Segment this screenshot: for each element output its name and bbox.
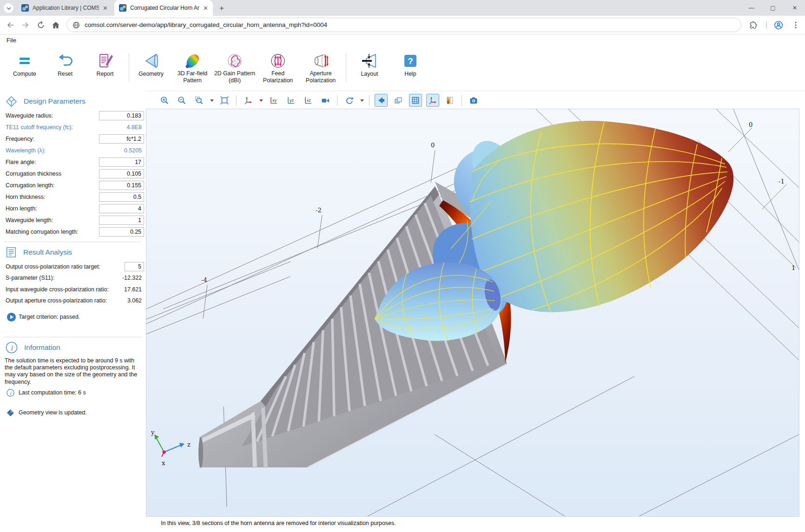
readonly-value: 4.8E8: [99, 124, 142, 131]
report-button[interactable]: Report: [84, 52, 126, 84]
profile-avatar[interactable]: [774, 20, 783, 30]
readonly-value: 3.062: [99, 297, 142, 304]
svg-text:-2: -2: [316, 207, 322, 214]
result-row-s-parameter: S-parameter (S11): -12.322 dB: [0, 272, 145, 284]
view-yz-icon[interactable]: yz: [284, 94, 297, 107]
grid-toggle[interactable]: [409, 94, 422, 107]
svg-text:x: x: [162, 460, 165, 466]
toolbar-separator: [337, 95, 337, 105]
tab-strip: Application Library | COMSOL S ✕ Corruga…: [0, 0, 805, 16]
3d-viewport[interactable]: 0 -2 -4 0 -1 1: [146, 109, 799, 517]
zoom-extents-icon[interactable]: [218, 94, 231, 107]
snapshot-icon[interactable]: [467, 94, 480, 107]
compute-icon: [16, 52, 33, 70]
extensions-icon[interactable]: [749, 20, 759, 30]
param-row-te11-cutoff: TE11 cutoff frequency (fc): 4.8E8 Hz: [0, 122, 145, 133]
color-legend-icon[interactable]: [443, 94, 456, 107]
toolbar-separator: [369, 95, 370, 105]
menu-file[interactable]: File: [7, 37, 16, 44]
tab-title: Corrugated Circular Horn Anten: [130, 5, 199, 11]
ribbon-separator: [129, 53, 129, 82]
corrugation-thickness-field[interactable]: [99, 169, 144, 178]
param-row-corrugation-thickness: Corrugation thickness m: [0, 168, 145, 180]
info-circle-icon: i: [7, 389, 14, 397]
back-icon[interactable]: [6, 20, 15, 30]
zoom-out-icon[interactable]: [175, 94, 188, 107]
svg-text:-4: -4: [201, 276, 207, 283]
gain-2d-button[interactable]: 2D Gain Pattern (dBi): [214, 52, 256, 84]
result-analysis-icon: [6, 247, 17, 258]
zoom-box-icon[interactable]: [192, 94, 205, 107]
frequency-field[interactable]: [99, 134, 144, 144]
view-xz-icon[interactable]: xz: [302, 94, 315, 107]
settings-sidebar: Design Parameters Waveguide radius: m TE…: [0, 84, 145, 532]
close-tab-icon[interactable]: ✕: [103, 5, 108, 11]
param-row-horn-thickness: Horn thickness: m: [0, 191, 145, 203]
waveguide-length-field[interactable]: [99, 216, 144, 225]
flare-angle-field[interactable]: [99, 158, 144, 167]
cross-pol-target-field[interactable]: [125, 262, 144, 271]
param-row-horn-length: Horn length: m: [0, 203, 145, 215]
new-tab-button[interactable]: +: [217, 3, 227, 13]
scene-light-toggle[interactable]: [375, 94, 388, 107]
rotate-dropdown-caret[interactable]: [360, 99, 364, 102]
waveguide-radius-field[interactable]: [99, 111, 144, 120]
toolbar-separator: [462, 95, 462, 105]
zoom-box-dropdown-caret[interactable]: [210, 99, 214, 102]
section-title: Result Analysis: [23, 248, 72, 256]
param-row-frequency: Frequency: Hz: [0, 133, 145, 145]
feed-polarization-icon: [270, 52, 286, 69]
forward-icon[interactable]: [21, 20, 30, 30]
close-tab-icon[interactable]: ✕: [203, 5, 208, 11]
viewport-caption: In this view, 3/8 sections of the horn a…: [161, 520, 396, 526]
matching-corrugation-length-field[interactable]: [99, 227, 144, 236]
svg-text:xy: xy: [272, 98, 277, 103]
svg-text:xz: xz: [307, 98, 311, 103]
app-ribbon: Compute Reset Report Geometry 3D Far-fie…: [0, 46, 805, 84]
url-bar[interactable]: comsol.com/server-demo/app/library_corru…: [66, 18, 741, 32]
show-axes-toggle[interactable]: [426, 94, 439, 107]
go-to-view-dropdown-caret[interactable]: [259, 99, 263, 102]
browser-window: Application Library | COMSOL S ✕ Corruga…: [0, 0, 805, 532]
horn-length-field[interactable]: [99, 204, 144, 213]
feed-polarization-button[interactable]: Feed Polarization: [257, 52, 299, 84]
corrugation-length-field[interactable]: [99, 181, 144, 190]
svg-text:i: i: [10, 390, 12, 396]
param-row-matching-corrugation-length: Matching corrugation length: m: [0, 226, 145, 238]
transparency-icon[interactable]: [392, 94, 405, 107]
geometry-diamond-icon: [7, 409, 14, 417]
chevron-down-icon: [6, 6, 12, 11]
tab-application-library[interactable]: Application Library | COMSOL S ✕: [17, 0, 112, 16]
tab-search-button[interactable]: [4, 3, 13, 13]
far-field-3d-button[interactable]: 3D Far-field Pattern: [172, 52, 213, 84]
geometry-updated-status: Geometry view is updated.: [0, 407, 145, 419]
param-row-cross-pol-target: Output cross-polarization ratio target: …: [0, 261, 145, 273]
site-info-globe-icon[interactable]: [73, 21, 80, 29]
comsol-favicon: [21, 4, 29, 12]
browser-menu-kebab-icon[interactable]: [791, 20, 800, 30]
go-to-default-view-icon[interactable]: [242, 94, 255, 107]
aperture-polarization-button[interactable]: Aperture Polarization: [300, 52, 342, 84]
param-row-waveguide-length: Waveguide length: m: [0, 215, 145, 226]
reload-icon[interactable]: [36, 20, 46, 30]
last-computation-status: i Last computation time: 6 s: [0, 388, 145, 399]
compute-button[interactable]: Compute: [4, 52, 46, 84]
home-icon[interactable]: [51, 20, 60, 30]
geometry-button[interactable]: Geometry: [130, 52, 172, 84]
close-window-button[interactable]: ✕: [787, 0, 803, 16]
svg-text:-1: -1: [779, 178, 785, 185]
reset-button[interactable]: Reset: [44, 52, 86, 84]
section-title: Information: [24, 343, 60, 352]
minimize-button[interactable]: —: [744, 0, 759, 16]
readonly-value: -12.322: [99, 275, 142, 281]
help-button[interactable]: ? Help: [389, 52, 431, 84]
perspective-icon[interactable]: [319, 94, 332, 107]
tab-horn-antenna[interactable]: Corrugated Circular Horn Anten ✕: [114, 0, 213, 16]
zoom-in-icon[interactable]: [158, 94, 171, 107]
horn-thickness-field[interactable]: [99, 192, 144, 202]
maximize-button[interactable]: ▢: [765, 0, 781, 16]
layout-button[interactable]: Layout: [349, 52, 390, 84]
view-xy-icon[interactable]: xy: [267, 94, 280, 107]
graphics-toolbar: xy yz xz: [146, 93, 798, 108]
reset-rotation-icon[interactable]: [343, 94, 356, 107]
